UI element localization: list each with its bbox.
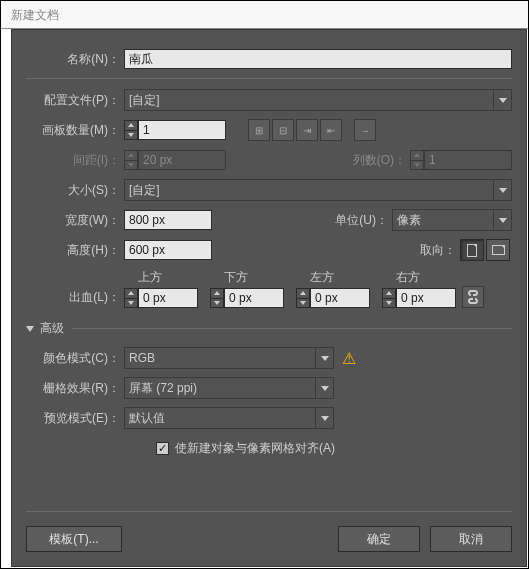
chevron-down-icon: [315, 408, 333, 428]
bleed-top-input[interactable]: [138, 288, 198, 308]
divider: [72, 328, 512, 329]
height-label: 高度(H)：: [26, 242, 124, 259]
width-label: 宽度(W)：: [26, 212, 124, 229]
raster-effects-label: 栅格效果(R)：: [26, 380, 124, 397]
svg-marker-8: [499, 218, 507, 223]
spacing-label: 间距(I)：: [26, 152, 124, 169]
name-label: 名称(N)：: [26, 51, 124, 68]
color-mode-value: RGB: [129, 351, 155, 365]
svg-marker-17: [321, 356, 329, 361]
row-rtl-icon[interactable]: ⇤: [320, 119, 342, 141]
window-titlebar: 新建文档: [1, 1, 528, 29]
size-value: [自定]: [129, 182, 160, 199]
width-input[interactable]: [124, 210, 212, 230]
units-value: 像素: [397, 212, 421, 229]
bleed-left-stepper[interactable]: [296, 288, 310, 308]
size-label: 大小(S)：: [26, 182, 124, 199]
bleed-top-label: 上方: [124, 269, 162, 286]
columns-input: [424, 150, 512, 170]
grid-by-row-icon[interactable]: ⊞: [248, 119, 270, 141]
ok-button[interactable]: 确定: [338, 526, 420, 552]
chevron-down-icon: [315, 378, 333, 398]
svg-marker-19: [321, 416, 329, 421]
bleed-top-stepper[interactable]: [124, 288, 138, 308]
advanced-label: 高级: [40, 320, 64, 337]
svg-marker-13: [300, 291, 306, 295]
svg-marker-15: [386, 291, 392, 295]
svg-marker-10: [128, 301, 134, 305]
preview-mode-select[interactable]: 默认值: [124, 407, 334, 429]
spacing-stepper: [124, 150, 138, 170]
rearrange-icon[interactable]: →: [354, 119, 376, 141]
bleed-right-input[interactable]: [396, 288, 456, 308]
chevron-down-icon: [315, 348, 333, 368]
columns-stepper: [410, 150, 424, 170]
window-title: 新建文档: [11, 8, 59, 22]
svg-marker-16: [386, 301, 392, 305]
svg-marker-12: [214, 301, 220, 305]
bleed-bottom-label: 下方: [210, 269, 248, 286]
bleed-label: 出血(L)：: [26, 289, 124, 306]
svg-marker-7: [499, 188, 507, 193]
svg-marker-3: [128, 153, 134, 157]
svg-marker-6: [414, 163, 420, 167]
bleed-bottom-stepper[interactable]: [210, 288, 224, 308]
preview-mode-value: 默认值: [129, 410, 165, 427]
orientation-portrait-button[interactable]: [460, 239, 484, 261]
svg-marker-11: [214, 291, 220, 295]
profile-label: 配置文件(P)：: [26, 92, 124, 109]
warning-icon: ⚠: [342, 349, 356, 368]
units-select[interactable]: 像素: [392, 209, 512, 231]
bleed-bottom-input[interactable]: [224, 288, 284, 308]
size-select[interactable]: [自定]: [124, 179, 512, 201]
preview-mode-label: 预览模式(E)：: [26, 410, 124, 427]
row-ltr-icon[interactable]: ⇥: [296, 119, 318, 141]
chevron-down-icon: [493, 210, 511, 230]
raster-effects-select[interactable]: 屏幕 (72 ppi): [124, 377, 334, 399]
bleed-left-input[interactable]: [310, 288, 370, 308]
template-button[interactable]: 模板(T)...: [26, 526, 122, 552]
raster-effects-value: 屏幕 (72 ppi): [129, 380, 197, 397]
link-bleed-icon[interactable]: [462, 286, 484, 308]
color-mode-label: 颜色模式(C)：: [26, 350, 124, 367]
align-to-grid-label: 使新建对象与像素网格对齐(A): [175, 440, 335, 457]
grid-by-col-icon[interactable]: ⊟: [272, 119, 294, 141]
svg-marker-18: [321, 386, 329, 391]
svg-marker-1: [128, 123, 134, 127]
svg-marker-4: [128, 163, 134, 167]
svg-marker-9: [128, 291, 134, 295]
cancel-button[interactable]: 取消: [430, 526, 512, 552]
artboards-stepper[interactable]: [124, 120, 138, 140]
chevron-down-icon: [493, 180, 511, 200]
svg-marker-0: [499, 98, 507, 103]
bleed-right-stepper[interactable]: [382, 288, 396, 308]
height-input[interactable]: [124, 240, 212, 260]
artboards-label: 画板数量(M)：: [26, 122, 124, 139]
svg-marker-2: [128, 133, 134, 137]
bleed-left-label: 左方: [296, 269, 334, 286]
align-to-grid-checkbox[interactable]: ✓: [156, 442, 169, 455]
orientation-landscape-button[interactable]: [486, 239, 510, 261]
columns-label: 列数(O)：: [353, 152, 410, 169]
units-label: 单位(U)：: [335, 212, 392, 229]
profile-value: [自定]: [129, 92, 160, 109]
svg-marker-14: [300, 301, 306, 305]
name-input[interactable]: [124, 49, 512, 69]
svg-marker-5: [414, 153, 420, 157]
bleed-right-label: 右方: [382, 269, 420, 286]
spacing-input: [138, 150, 226, 170]
artboards-input[interactable]: [138, 120, 226, 140]
disclosure-down-icon[interactable]: [26, 326, 34, 332]
color-mode-select[interactable]: RGB: [124, 347, 334, 369]
chevron-down-icon: [493, 90, 511, 110]
orientation-label: 取向：: [420, 242, 460, 259]
profile-select[interactable]: [自定]: [124, 89, 512, 111]
